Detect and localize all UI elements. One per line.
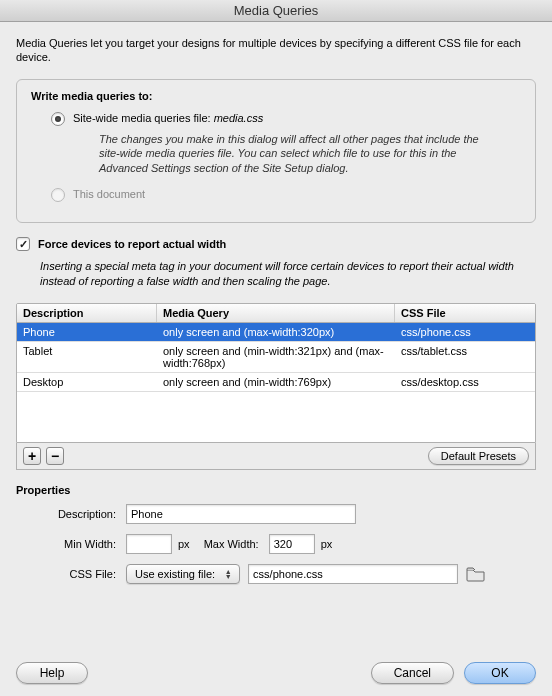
css-file-label: CSS File:	[16, 568, 116, 580]
ok-button[interactable]: OK	[464, 662, 536, 684]
radio-sitewide[interactable]	[51, 112, 65, 126]
remove-row-button[interactable]: −	[46, 447, 64, 465]
css-file-mode-select[interactable]: Use existing file: ▲▼	[126, 564, 240, 584]
write-to-panel: Write media queries to: Site-wide media …	[16, 79, 536, 224]
css-file-path-input[interactable]	[248, 564, 458, 584]
description-label: Description:	[16, 508, 116, 520]
force-width-label: Force devices to report actual width	[38, 238, 226, 250]
max-width-input[interactable]	[269, 534, 315, 554]
min-width-label: Min Width:	[16, 538, 116, 550]
default-presets-button[interactable]: Default Presets	[428, 447, 529, 465]
radio-sitewide-label: Site-wide media queries file: media.css	[73, 112, 263, 124]
min-width-input[interactable]	[126, 534, 172, 554]
max-width-label: Max Width:	[204, 538, 259, 550]
table-row[interactable]: Phone only screen and (max-width:320px) …	[17, 323, 535, 342]
table-footer: + − Default Presets	[16, 443, 536, 470]
panel-title: Write media queries to:	[31, 90, 521, 102]
force-width-row[interactable]: Force devices to report actual width	[16, 237, 536, 251]
radio-thisdoc[interactable]	[51, 188, 65, 202]
browse-folder-icon[interactable]	[466, 566, 486, 582]
add-row-button[interactable]: +	[23, 447, 41, 465]
media-query-table: Description Media Query CSS File Phone o…	[16, 303, 536, 443]
radio-thisdoc-row[interactable]: This document	[31, 188, 521, 202]
description-input[interactable]	[126, 504, 356, 524]
radio-thisdoc-label: This document	[73, 188, 145, 200]
table-empty-space	[17, 392, 535, 442]
min-width-unit: px	[178, 538, 190, 550]
force-width-checkbox[interactable]	[16, 237, 30, 251]
th-description[interactable]: Description	[17, 304, 157, 322]
table-row[interactable]: Desktop only screen and (min-width:769px…	[17, 373, 535, 392]
select-arrows-icon: ▲▼	[221, 569, 235, 579]
intro-text: Media Queries let you target your design…	[16, 36, 536, 65]
th-media-query[interactable]: Media Query	[157, 304, 395, 322]
dialog-button-bar: Help Cancel OK	[0, 650, 552, 696]
table-header: Description Media Query CSS File	[17, 304, 535, 323]
properties-section-label: Properties	[16, 484, 536, 496]
radio-sitewide-row[interactable]: Site-wide media queries file: media.css	[31, 112, 521, 126]
help-button[interactable]: Help	[16, 662, 88, 684]
max-width-unit: px	[321, 538, 333, 550]
th-css-file[interactable]: CSS File	[395, 304, 535, 322]
radio-sitewide-desc: The changes you make in this dialog will…	[99, 132, 501, 177]
window-title: Media Queries	[0, 0, 552, 22]
force-width-desc: Inserting a special meta tag in your doc…	[40, 259, 526, 289]
table-row[interactable]: Tablet only screen and (min-width:321px)…	[17, 342, 535, 373]
cancel-button[interactable]: Cancel	[371, 662, 454, 684]
